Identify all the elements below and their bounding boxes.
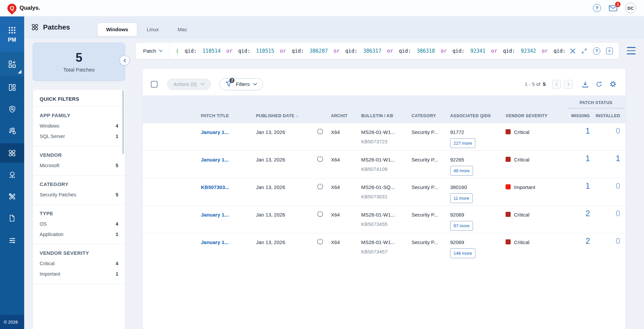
missing-count[interactable]: 1: [568, 178, 595, 189]
patch-title-link[interactable]: KB507303...: [201, 184, 229, 190]
filter-item[interactable]: Important 1: [40, 271, 118, 277]
table-row[interactable]: January 1... Jan 13, 2026 X64 MS26-01-W1…: [143, 150, 626, 178]
col-category[interactable]: CATEGORY: [412, 113, 450, 118]
query-help-icon[interactable]: ?: [593, 47, 600, 55]
filter-item[interactable]: Security Patches 5: [40, 192, 118, 197]
help-icon[interactable]: ?: [593, 4, 601, 12]
query-token: 386287: [310, 48, 328, 54]
download-icon[interactable]: [582, 81, 589, 88]
more-qids-chip[interactable]: 97 more: [450, 221, 473, 231]
nav-tools[interactable]: [0, 187, 24, 206]
expand-query-icon[interactable]: [581, 48, 587, 54]
col-vendor-severity[interactable]: VENDOR SEVERITY: [506, 113, 568, 118]
col-patch-title[interactable]: PATCH TITLE: [201, 113, 256, 118]
more-qids-chip[interactable]: 48 more: [450, 166, 473, 176]
filters-label: Filters: [236, 81, 250, 87]
installed-count[interactable]: 0: [595, 206, 626, 217]
sliders-icon: [8, 236, 16, 245]
reboot-required-icon: [316, 128, 324, 135]
nav-deployment[interactable]: [0, 165, 24, 185]
top-bar: Q Qualys. ? 3 DC: [0, 0, 644, 16]
prev-page-button[interactable]: [552, 80, 561, 89]
filter-item[interactable]: OS 4: [40, 221, 118, 227]
brand-name: Qualys.: [19, 5, 40, 11]
kb-value: KB5073455: [361, 221, 412, 228]
architecture-value: X64: [331, 206, 361, 218]
refresh-icon[interactable]: [595, 81, 603, 88]
document-icon: [8, 214, 16, 222]
more-qids-chip[interactable]: 146 more: [450, 248, 475, 258]
filter-item-label: SQL Server: [40, 134, 65, 139]
nav-reports[interactable]: [0, 208, 24, 228]
col-bulletin-kb[interactable]: BULLETIN / KB: [361, 113, 412, 118]
more-qids-chip[interactable]: 227 more: [450, 138, 475, 148]
missing-count[interactable]: 1: [568, 123, 595, 134]
installed-count[interactable]: 0: [595, 123, 626, 134]
installed-count[interactable]: 0: [595, 233, 626, 244]
published-date-value: Jan 13, 2026: [256, 178, 312, 191]
table-row[interactable]: January 1... Jan 13, 2026 X64 MS26-01-W1…: [143, 123, 626, 150]
missing-count[interactable]: 1: [568, 151, 595, 162]
clear-query-icon[interactable]: [570, 48, 575, 54]
nav-configuration[interactable]: [0, 231, 24, 250]
filter-item[interactable]: Microsoft 5: [40, 163, 118, 168]
missing-count[interactable]: 2: [568, 233, 595, 244]
patch-title-link[interactable]: January 1...: [201, 239, 229, 245]
filters-button[interactable]: 2 Filters: [219, 78, 263, 90]
patch-title-link[interactable]: January 1...: [201, 157, 229, 162]
filter-item-label: Important: [40, 271, 60, 277]
patch-title-link[interactable]: January 1...: [201, 212, 229, 218]
patch-title-link[interactable]: January 1...: [201, 129, 229, 135]
query-scope-selector[interactable]: Patch: [136, 48, 169, 54]
next-page-button[interactable]: [564, 80, 573, 89]
app-switcher[interactable]: PM: [0, 16, 24, 52]
bulletin-value: MS26-01-W1...: [361, 129, 412, 136]
filter-item[interactable]: Windows 4: [40, 123, 118, 129]
more-qids-chip[interactable]: 11 more: [450, 193, 473, 203]
avatar[interactable]: DC: [625, 3, 636, 13]
patches-title-icon: [31, 23, 39, 31]
architecture-value: X64: [331, 178, 361, 191]
installed-count[interactable]: 0: [595, 178, 626, 189]
nav-create-module[interactable]: [0, 52, 24, 76]
installed-count[interactable]: 1: [595, 151, 626, 162]
tab-mac[interactable]: Mac: [168, 22, 197, 37]
table-row[interactable]: January 1... Jan 13, 2026 X64 MS26-01-W1…: [143, 233, 626, 261]
nav-patch-catalog[interactable]: [0, 121, 24, 141]
filter-item[interactable]: Application 1: [40, 232, 118, 237]
nav-patches[interactable]: [0, 143, 24, 163]
table-row[interactable]: KB507303... Jan 13, 2026 X64 MS26-01-SQ.…: [143, 178, 626, 205]
nav-dashboards[interactable]: [0, 78, 24, 97]
notifications-button[interactable]: 3: [608, 4, 618, 12]
catalog-export-icon: [8, 127, 16, 135]
gear-icon[interactable]: [609, 80, 617, 88]
menu-icon[interactable]: [627, 47, 636, 54]
add-query-icon[interactable]: +: [606, 48, 613, 54]
query-input[interactable]: ( qid: 110514 or qid: 110515 or qid: 386…: [170, 48, 567, 54]
filter-item-label: Application: [40, 232, 63, 237]
scrollbar-thumb[interactable]: [122, 90, 124, 154]
select-all-checkbox[interactable]: [151, 81, 158, 88]
filter-item[interactable]: SQL Server 1: [40, 134, 118, 139]
kb-value: KB5073031: [361, 193, 412, 200]
missing-count[interactable]: 2: [568, 206, 595, 217]
architecture-value: X64: [331, 151, 361, 163]
col-installed[interactable]: INSTALLED: [595, 113, 626, 118]
actions-button[interactable]: Actions (0): [167, 79, 211, 90]
quick-filters-panel: QUICK FILTERS APP FAMILY Windows 4 SQL S…: [33, 90, 125, 329]
filter-section-title: CATEGORY: [40, 181, 118, 187]
filter-item[interactable]: Critical 4: [40, 261, 118, 266]
tab-linux[interactable]: Linux: [137, 22, 168, 37]
tab-windows[interactable]: Windows: [97, 22, 137, 37]
quick-filters-title: QUICK FILTERS: [33, 90, 125, 107]
collapse-panel-button[interactable]: [120, 55, 130, 65]
table-row[interactable]: January 1... Jan 13, 2026 X64 MS26-01-W1…: [143, 205, 626, 233]
qualys-logo: Q Qualys.: [7, 4, 40, 13]
col-associated-qids[interactable]: ASSOCIATED QIDS: [450, 113, 506, 118]
col-published-date[interactable]: PUBLISHED DATE↓: [256, 113, 312, 118]
col-architecture[interactable]: ARCHIT: [331, 113, 361, 118]
total-patches-card[interactable]: 5 Total Patches: [33, 43, 125, 81]
nav-vulnerability-scan[interactable]: [0, 99, 24, 119]
query-token: or: [334, 48, 340, 54]
col-missing[interactable]: MISSING: [568, 113, 595, 118]
